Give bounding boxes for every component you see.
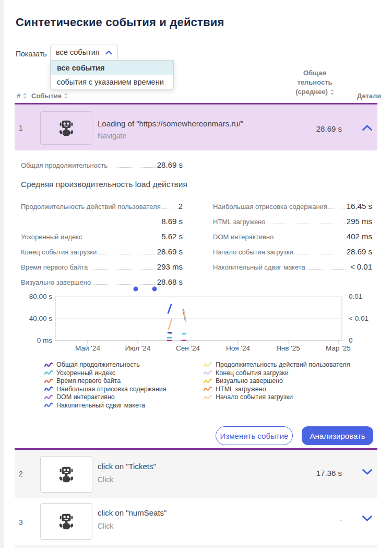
range-slider-handle[interactable]: [133, 287, 138, 292]
legend-item[interactable]: Накопительный сдвиг макета: [44, 402, 167, 409]
page-left-gutter: [0, 0, 4, 548]
row-3-type: Click: [98, 522, 113, 530]
series-squiggle-icon: [44, 386, 53, 392]
sort-icon[interactable]: [330, 89, 334, 95]
column-header-number[interactable]: #: [17, 92, 27, 100]
metric-row: Начало события загрузки28.69 s: [213, 241, 372, 256]
metric-row: Продолжительность действий пользователя2: [21, 195, 183, 211]
metric-row: Наибольшая отрисовка содержания16.45 s: [213, 195, 372, 211]
series-squiggle-icon: [44, 370, 53, 376]
total-duration-row: Общая продолжительность 28.69 s: [21, 160, 183, 169]
row-2-number: 2: [19, 470, 23, 478]
dropdown-option-timed-events[interactable]: события с указанием времени: [51, 75, 173, 89]
row-1-number: 1: [19, 124, 23, 132]
metric-row: Время первого байта293 ms: [21, 256, 183, 271]
robot-icon: [40, 456, 92, 493]
event-filter-select[interactable]: все события: [50, 44, 118, 61]
row-1-duration: 28.69 s: [292, 124, 342, 133]
legend-item[interactable]: HTML загружено: [204, 386, 350, 393]
next-row-edge: [15, 545, 377, 548]
chevron-up-icon: [105, 50, 112, 55]
expand-row-chevron-down-icon[interactable]: [362, 469, 373, 475]
event-filter-dropdown: все события события с указанием времени: [50, 60, 174, 89]
performance-section-title: Средняя производительность load действия: [21, 180, 187, 189]
expand-row-chevron-down-icon[interactable]: [362, 515, 373, 522]
robot-icon: [40, 503, 92, 540]
series-segment: [169, 319, 172, 329]
column-header-duration[interactable]: Общая тельность (среднее): [287, 68, 342, 97]
series-squiggle-icon: [44, 378, 53, 384]
legend-item[interactable]: Общая продолжительность: [44, 362, 167, 368]
performance-timeseries-chart[interactable]: [31, 284, 376, 354]
row-1-type: Navigate: [98, 132, 126, 140]
row-2-duration: 17.36 s: [292, 469, 342, 477]
series-squiggle-icon: [44, 402, 53, 408]
metric-row: DOM интерактивно402 ms: [213, 226, 372, 241]
series-segment: [168, 305, 171, 313]
legend-item[interactable]: Конец события загрузки: [204, 370, 350, 377]
series-squiggle-icon: [44, 394, 53, 400]
legend-item[interactable]: Ускоренный индекс: [44, 370, 167, 377]
metric-row: Ускоренный индекс5.62 s: [21, 226, 183, 241]
row-1-title: Loading of "https://somewhereonmars.ru/": [98, 119, 243, 128]
row-2-type: Click: [98, 475, 113, 484]
legend-item[interactable]: DOM интерактивно: [44, 394, 167, 401]
row-3-number: 3: [19, 518, 23, 527]
metric-row: HTML загружено295 ms: [213, 211, 372, 226]
metrics-column-left: Продолжительность действий пользователя2…: [21, 195, 183, 286]
metrics-column-right: Наибольшая отрисовка содержания16.45 s H…: [213, 195, 372, 271]
legend-item[interactable]: Продолжительность действий пользователя: [204, 362, 350, 368]
column-header-details: Детали: [357, 92, 381, 100]
metric-row: Накопительный сдвиг макета< 0.01: [213, 256, 372, 271]
sort-icon[interactable]: [23, 93, 27, 99]
row-3-duration: -: [292, 515, 342, 524]
chart-legend-left: Общая продолжительность Ускоренный индек…: [44, 362, 167, 409]
synthetic-events-page: Синтетические события и действия Показат…: [0, 0, 392, 548]
row-3-title: click on "numSeats": [98, 508, 167, 517]
edit-event-button[interactable]: Изменить событие: [216, 426, 293, 445]
series-squiggle-icon: [204, 362, 212, 368]
row-2-title: click on "Tickets": [98, 462, 156, 471]
metric-row: 8.69 s: [21, 211, 183, 226]
series-squiggle-icon: [204, 394, 212, 400]
chart-legend-right: Продолжительность действий пользователя …: [204, 362, 350, 401]
dropdown-option-all-events[interactable]: все события: [51, 61, 173, 75]
legend-item[interactable]: Время первого байта: [44, 378, 167, 384]
series-squiggle-icon: [204, 386, 212, 392]
robot-icon: [40, 111, 92, 145]
series-squiggle-icon: [204, 370, 212, 376]
legend-item[interactable]: Начало события загрузки: [204, 394, 350, 401]
sort-icon[interactable]: [64, 93, 68, 99]
metric-row: Конец события загрузки28.69 s: [21, 241, 183, 256]
range-slider-handle[interactable]: [152, 287, 157, 292]
series-squiggle-icon: [44, 362, 53, 368]
page-title: Синтетические события и действия: [16, 16, 224, 29]
collapse-row-chevron-up-icon[interactable]: [362, 124, 373, 131]
event-filter-value: все события: [56, 48, 101, 56]
analyze-button[interactable]: Анализировать: [302, 426, 373, 445]
series-squiggle-icon: [204, 378, 212, 384]
column-header-event[interactable]: Событие: [31, 92, 68, 100]
filter-label: Показать: [16, 50, 47, 58]
legend-item[interactable]: Наибольшая отрисовка содержания: [44, 386, 167, 393]
legend-item[interactable]: Визуально завершено: [204, 378, 350, 384]
